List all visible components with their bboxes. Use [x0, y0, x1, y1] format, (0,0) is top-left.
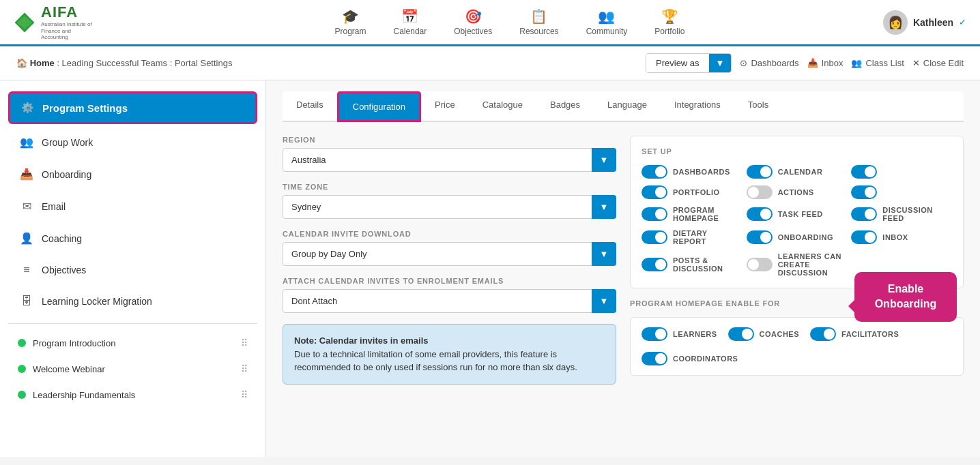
objectives-icon: 🎯	[465, 8, 482, 25]
timezone-select[interactable]: Sydney	[283, 195, 616, 219]
learners-toggle-label: LEARNERS	[673, 330, 717, 338]
calendar-invite-select[interactable]: Group by Day Only	[283, 242, 616, 266]
session-program-intro[interactable]: Program Introduction ⠿	[8, 331, 257, 355]
calendar-toggle[interactable]	[747, 165, 773, 179]
class-list-link[interactable]: 👥 Class List	[851, 58, 904, 68]
posts-discussion-toggle[interactable]	[642, 258, 667, 271]
avatar[interactable]: 👩	[883, 10, 908, 35]
nav-program[interactable]: 🎓 Program	[323, 3, 379, 42]
program-settings-button[interactable]: ⚙️ Program Settings	[8, 91, 257, 124]
attach-calendar-group: ATTACH CALENDAR INVITES TO ENROLMENT EMA…	[283, 277, 616, 313]
drag-handle-icon[interactable]: ⠿	[241, 338, 248, 348]
homepage-toggles: LEARNERS COACHES FACILITATORS	[630, 317, 964, 376]
calendar-invite-group: CALENDAR INVITE DOWNLOAD Group by Day On…	[283, 230, 616, 266]
coordinators-toggle[interactable]	[642, 352, 667, 365]
dietary-report-toggle-label: DIETARY REPORT	[673, 229, 743, 245]
logo-subtext: Australian Institute of Finance and Acco…	[41, 21, 96, 41]
timezone-select-wrapper: Sydney ▼	[283, 195, 616, 219]
session-welcome-webinar-label: Welcome Webinar	[33, 364, 105, 374]
nav-calendar-label: Calendar	[394, 27, 427, 36]
tab-price[interactable]: Price	[421, 91, 469, 122]
toggles-grid: DASHBOARDS CALENDAR	[642, 165, 952, 277]
nav-items: 🎓 Program 📅 Calendar 🎯 Objectives 📋 Reso…	[136, 3, 883, 42]
tab-language[interactable]: Language	[594, 91, 661, 122]
tab-tools[interactable]: Tools	[734, 91, 782, 122]
inbox-toggle-label: INBOX	[882, 233, 908, 241]
facilitators-toggle[interactable]	[810, 327, 836, 341]
setup-panel: SET UP DASHBOARDS CALENDAR	[630, 136, 964, 288]
sidebar-email-label: Email	[42, 201, 66, 212]
tab-integrations[interactable]: Integrations	[661, 91, 734, 122]
inbox-toggle[interactable]	[851, 230, 877, 244]
attach-calendar-select[interactable]: Dont Attach	[283, 289, 616, 313]
nav-objectives[interactable]: 🎯 Objectives	[442, 3, 504, 42]
tab-badges[interactable]: Badges	[536, 91, 594, 122]
sidebar-item-learning-locker[interactable]: 🗄 Learning Locker Migration	[8, 286, 257, 316]
session-welcome-webinar[interactable]: Welcome Webinar ⠿	[8, 357, 257, 381]
sidebar-item-onboarding[interactable]: 📥 Onboarding	[8, 159, 257, 190]
breadcrumb: 🏠 Home : Leading Successful Teams : Port…	[16, 58, 232, 68]
breadcrumb-home[interactable]: Home	[30, 58, 55, 68]
logo-icon	[14, 12, 35, 33]
coaches-toggle-label: COACHES	[760, 330, 800, 338]
top-navigation: AIFA Australian Institute of Finance and…	[0, 0, 980, 46]
tab-details[interactable]: Details	[283, 91, 337, 122]
discussion-feed-toggle[interactable]	[851, 207, 877, 221]
learning-locker-icon: 🗄	[20, 295, 33, 308]
program-homepage-toggle[interactable]	[642, 207, 667, 221]
col3-row1-toggle[interactable]	[851, 165, 877, 179]
toggle-learners: LEARNERS	[642, 327, 717, 341]
learners-create-toggle[interactable]	[747, 258, 773, 271]
sidebar-item-group-work[interactable]: 👥 Group Work	[8, 127, 257, 158]
preview-as-caret-icon[interactable]: ▼	[709, 54, 732, 72]
sidebar-divider	[8, 323, 257, 324]
sidebar-item-coaching[interactable]: 👤 Coaching	[8, 223, 257, 254]
onboarding-toggle[interactable]	[747, 230, 773, 244]
coaches-toggle[interactable]	[728, 327, 754, 341]
toggle-col3-row2	[851, 185, 952, 199]
dashboards-toggle-label: DASHBOARDS	[673, 168, 730, 176]
toggle-calendar: CALENDAR	[747, 165, 848, 179]
breadcrumb-path2[interactable]: Portal Settings	[175, 58, 233, 68]
dietary-report-toggle[interactable]	[642, 230, 667, 244]
tab-configuration[interactable]: Configuration	[337, 91, 421, 122]
preview-as-button[interactable]: Preview as ▼	[646, 53, 732, 73]
dashboards-toggle[interactable]	[642, 165, 667, 179]
settings-icon: ⚙️	[21, 102, 34, 114]
nav-community[interactable]: 👥 Community	[574, 3, 640, 42]
inbox-link[interactable]: 📥 Inbox	[807, 58, 844, 68]
region-group: REGION Australia ▼	[283, 136, 616, 172]
logo[interactable]: AIFA Australian Institute of Finance and…	[14, 3, 109, 41]
portfolio-toggle[interactable]	[642, 185, 667, 199]
discussion-feed-toggle-label: DISCUSSION FEED	[882, 206, 952, 222]
sidebar-item-email[interactable]: ✉ Email	[8, 191, 257, 222]
task-feed-toggle[interactable]	[747, 207, 773, 221]
toggle-actions: ACTIONS	[747, 185, 848, 199]
drag-handle-icon-2[interactable]: ⠿	[241, 363, 248, 374]
sidebar-objectives-label: Objectives	[42, 265, 86, 275]
dashboards-link[interactable]: ⊙ Dashboards	[740, 58, 798, 68]
breadcrumb-path1[interactable]: Leading Successful Teams	[62, 58, 167, 68]
logo-text: AIFA	[41, 3, 96, 21]
svg-marker-1	[17, 16, 32, 29]
nav-resources[interactable]: 📋 Resources	[507, 3, 571, 42]
region-select[interactable]: Australia	[283, 148, 616, 172]
portfolio-toggle-label: PORTFOLIO	[673, 188, 720, 196]
col3-row2-toggle[interactable]	[851, 185, 877, 199]
coordinators-toggle-label: COORDINATORS	[673, 355, 738, 363]
actions-toggle[interactable]	[747, 185, 773, 199]
session-dot-icon	[18, 339, 26, 347]
note-title: Note: Calendar invites in emails	[294, 335, 429, 346]
nav-calendar[interactable]: 📅 Calendar	[381, 3, 439, 42]
nav-portfolio[interactable]: 🏆 Portfolio	[642, 3, 697, 42]
session-dot-icon-2	[18, 365, 26, 373]
close-edit-link[interactable]: ✕ Close Edit	[912, 58, 964, 68]
inbox-label: Inbox	[822, 58, 844, 68]
learners-toggle[interactable]	[642, 327, 667, 341]
drag-handle-icon-3[interactable]: ⠿	[241, 389, 248, 400]
session-leadership-fundamentals[interactable]: Leadership Fundamentals ⠿	[8, 382, 257, 407]
toggle-inbox: INBOX	[851, 229, 952, 245]
community-icon: 👥	[598, 8, 615, 25]
sidebar-item-objectives[interactable]: ≡ Objectives	[8, 255, 257, 285]
tab-catalogue[interactable]: Catalogue	[469, 91, 536, 122]
